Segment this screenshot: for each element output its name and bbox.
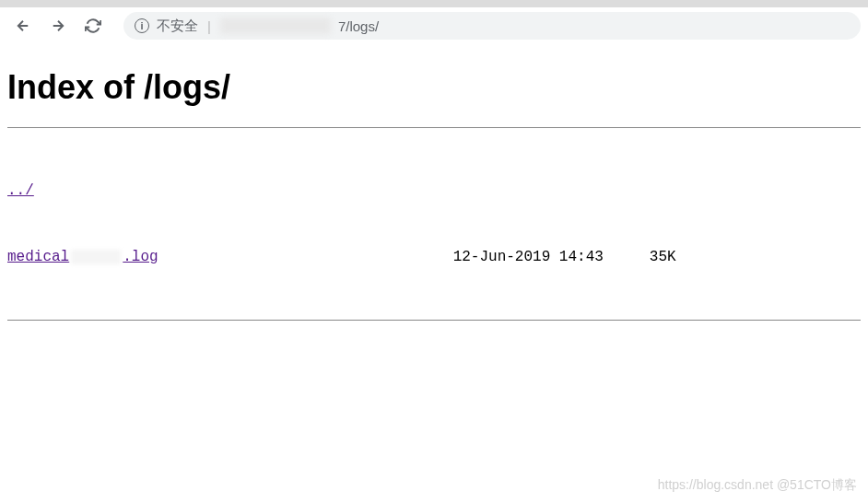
hr-bottom: [7, 320, 861, 321]
file-name-suffix: .log: [123, 249, 158, 265]
file-name-prefix: medical: [7, 249, 69, 265]
page-content: Index of /logs/ ../ medical.log12-Jun-20…: [0, 44, 868, 335]
hr-top: [7, 127, 861, 128]
parent-dir-link[interactable]: ../: [7, 182, 34, 199]
arrow-right-icon: [50, 18, 66, 34]
file-link[interactable]: medical.log: [7, 246, 158, 268]
tab-bar: [0, 0, 868, 7]
page-title: Index of /logs/: [7, 68, 861, 107]
watermark: https://blog.csdn.net @51CTO博客: [658, 477, 857, 494]
url-path: 7/logs/: [338, 18, 379, 34]
address-bar[interactable]: i 不安全 | 7/logs/: [123, 12, 861, 40]
file-size: 35K: [650, 246, 676, 268]
reload-icon: [85, 18, 101, 34]
browser-toolbar: i 不安全 | 7/logs/: [0, 7, 868, 44]
forward-button[interactable]: [42, 10, 74, 41]
back-button[interactable]: [7, 10, 39, 41]
info-icon: i: [135, 18, 149, 33]
divider: |: [207, 18, 211, 34]
directory-listing: ../ medical.log12-Jun-2019 14:4335K: [7, 135, 861, 312]
blurred-filename-part: [71, 250, 121, 264]
security-label: 不安全: [157, 18, 198, 35]
file-row: medical.log12-Jun-2019 14:4335K: [7, 246, 861, 268]
parent-dir-row: ../: [7, 180, 861, 202]
file-date: 12-Jun-2019 14:43: [453, 246, 604, 268]
reload-button[interactable]: [77, 10, 109, 41]
arrow-left-icon: [15, 18, 31, 34]
blurred-host: [220, 18, 331, 34]
